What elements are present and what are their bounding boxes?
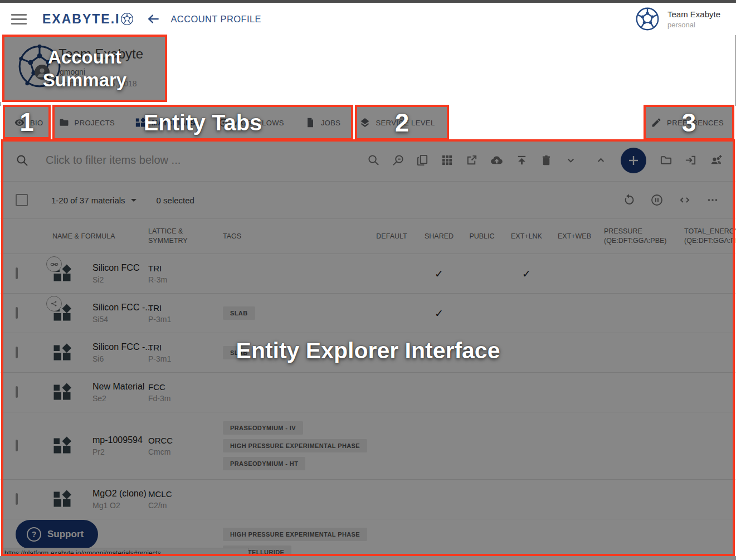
back-arrow-icon[interactable] [146,12,160,26]
account-avatar [635,7,660,31]
account-name: Team Exabyte [667,9,720,19]
app-window: EXABYTE.I ACCOUNT PROFILE [0,0,736,560]
brand-logo[interactable]: EXABYTE.I [42,12,134,27]
menu-icon[interactable] [11,11,27,27]
page-title: ACCOUNT PROFILE [170,14,261,25]
account-type: personal [667,21,720,29]
brand-ball-icon [120,12,134,26]
window-top-edge [0,0,736,3]
top-app-bar: EXABYTE.I ACCOUNT PROFILE [0,3,736,35]
window-bottom-edge [0,556,736,560]
account-chip[interactable]: Team Exabyte personal [635,7,720,31]
brand-text: EXABYTE.I [42,12,120,27]
annotation-account-summary: Account Summary [2,35,167,102]
annotation-tab-box-3: 3 [644,105,734,140]
annotation-tab-box-2: 2 [355,105,449,140]
annotation-tab-box-1: 1 [3,105,51,139]
annotation-entity-tabs: Entity Tabs [52,105,353,140]
annotation-entity-explorer: Entity Explorer Interface [1,139,735,556]
